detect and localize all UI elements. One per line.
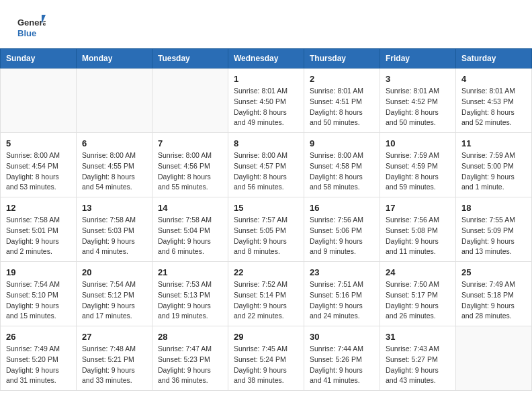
day-cell: 14Sunrise: 7:58 AMSunset: 5:04 PMDayligh…: [152, 197, 228, 262]
day-info: Sunrise: 7:58 AMSunset: 5:03 PMDaylight:…: [82, 215, 146, 257]
week-row-4: 19Sunrise: 7:54 AMSunset: 5:10 PMDayligh…: [1, 262, 532, 326]
day-cell: 2Sunrise: 8:01 AMSunset: 4:51 PMDaylight…: [304, 68, 380, 133]
day-cell: 4Sunrise: 8:01 AMSunset: 4:53 PMDaylight…: [456, 68, 532, 133]
day-cell: 10Sunrise: 7:59 AMSunset: 4:59 PMDayligh…: [380, 133, 456, 197]
day-cell: 11Sunrise: 7:59 AMSunset: 5:00 PMDayligh…: [456, 133, 532, 197]
day-number: 20: [82, 267, 146, 277]
day-number: 22: [234, 267, 298, 277]
logo-icon: General Blue: [16, 12, 46, 42]
day-cell: 21Sunrise: 7:53 AMSunset: 5:13 PMDayligh…: [152, 262, 228, 326]
day-number: 30: [310, 332, 374, 342]
day-cell: 31Sunrise: 7:43 AMSunset: 5:27 PMDayligh…: [380, 326, 456, 391]
day-cell: 1Sunrise: 8:01 AMSunset: 4:50 PMDaylight…: [228, 68, 304, 133]
week-row-1: 1Sunrise: 8:01 AMSunset: 4:50 PMDaylight…: [1, 68, 532, 133]
day-header-wednesday: Wednesday: [228, 49, 304, 68]
day-number: 14: [158, 203, 222, 213]
day-cell: 28Sunrise: 7:47 AMSunset: 5:23 PMDayligh…: [152, 326, 228, 391]
day-info: Sunrise: 8:00 AMSunset: 4:58 PMDaylight:…: [310, 150, 374, 193]
day-info: Sunrise: 7:56 AMSunset: 5:08 PMDaylight:…: [386, 215, 450, 257]
day-number: 31: [386, 332, 450, 342]
day-number: 25: [461, 267, 526, 277]
day-info: Sunrise: 7:56 AMSunset: 5:06 PMDaylight:…: [310, 215, 374, 257]
day-info: Sunrise: 7:45 AMSunset: 5:24 PMDaylight:…: [234, 344, 298, 386]
day-info: Sunrise: 7:51 AMSunset: 5:16 PMDaylight:…: [310, 279, 374, 322]
day-cell: 5Sunrise: 8:00 AMSunset: 4:54 PMDaylight…: [1, 133, 77, 197]
day-number: 4: [461, 74, 526, 84]
day-number: 11: [461, 138, 526, 148]
day-cell: 17Sunrise: 7:56 AMSunset: 5:08 PMDayligh…: [380, 197, 456, 262]
day-header-monday: Monday: [77, 49, 152, 68]
day-cell: 3Sunrise: 8:01 AMSunset: 4:52 PMDaylight…: [380, 68, 456, 133]
day-info: Sunrise: 8:00 AMSunset: 4:57 PMDaylight:…: [234, 150, 298, 193]
day-number: 15: [234, 203, 298, 213]
week-row-3: 12Sunrise: 7:58 AMSunset: 5:01 PMDayligh…: [1, 197, 532, 262]
day-cell: 9Sunrise: 8:00 AMSunset: 4:58 PMDaylight…: [304, 133, 380, 197]
day-cell: 6Sunrise: 8:00 AMSunset: 4:55 PMDaylight…: [77, 133, 152, 197]
days-of-week-row: SundayMondayTuesdayWednesdayThursdayFrid…: [1, 49, 532, 68]
page-header: General Blue: [0, 0, 532, 48]
day-cell: 16Sunrise: 7:56 AMSunset: 5:06 PMDayligh…: [304, 197, 380, 262]
day-header-friday: Friday: [380, 49, 456, 68]
day-number: 8: [234, 138, 298, 148]
day-number: 10: [386, 138, 450, 148]
day-header-sunday: Sunday: [1, 49, 77, 68]
day-info: Sunrise: 8:01 AMSunset: 4:53 PMDaylight:…: [461, 86, 526, 128]
day-cell: 13Sunrise: 7:58 AMSunset: 5:03 PMDayligh…: [77, 197, 152, 262]
day-number: 29: [234, 332, 298, 342]
day-number: 9: [310, 138, 374, 148]
day-info: Sunrise: 7:48 AMSunset: 5:21 PMDaylight:…: [82, 344, 146, 386]
day-cell: 12Sunrise: 7:58 AMSunset: 5:01 PMDayligh…: [1, 197, 77, 262]
day-number: 6: [82, 138, 146, 148]
day-number: 26: [6, 332, 71, 342]
day-number: 16: [310, 203, 374, 213]
day-cell: 7Sunrise: 8:00 AMSunset: 4:56 PMDaylight…: [152, 133, 228, 197]
day-cell: 24Sunrise: 7:50 AMSunset: 5:17 PMDayligh…: [380, 262, 456, 326]
day-info: Sunrise: 7:44 AMSunset: 5:26 PMDaylight:…: [310, 344, 374, 386]
day-cell: [456, 326, 532, 391]
day-info: Sunrise: 7:54 AMSunset: 5:12 PMDaylight:…: [82, 279, 146, 322]
day-info: Sunrise: 8:00 AMSunset: 4:56 PMDaylight:…: [158, 150, 222, 193]
week-row-2: 5Sunrise: 8:00 AMSunset: 4:54 PMDaylight…: [1, 133, 532, 197]
day-number: 17: [386, 203, 450, 213]
day-cell: 25Sunrise: 7:49 AMSunset: 5:18 PMDayligh…: [456, 262, 532, 326]
calendar-table: SundayMondayTuesdayWednesdayThursdayFrid…: [0, 48, 532, 391]
day-info: Sunrise: 7:43 AMSunset: 5:27 PMDaylight:…: [386, 344, 450, 386]
calendar-header: SundayMondayTuesdayWednesdayThursdayFrid…: [1, 49, 532, 68]
day-info: Sunrise: 8:00 AMSunset: 4:55 PMDaylight:…: [82, 150, 146, 193]
day-number: 27: [82, 332, 146, 342]
day-info: Sunrise: 7:47 AMSunset: 5:23 PMDaylight:…: [158, 344, 222, 386]
day-cell: 27Sunrise: 7:48 AMSunset: 5:21 PMDayligh…: [77, 326, 152, 391]
day-header-saturday: Saturday: [456, 49, 532, 68]
day-number: 19: [6, 267, 71, 277]
day-info: Sunrise: 7:50 AMSunset: 5:17 PMDaylight:…: [386, 279, 450, 322]
day-info: Sunrise: 7:59 AMSunset: 5:00 PMDaylight:…: [461, 150, 526, 193]
day-cell: [77, 68, 152, 133]
day-info: Sunrise: 8:00 AMSunset: 4:54 PMDaylight:…: [6, 150, 71, 193]
day-number: 13: [82, 203, 146, 213]
day-cell: 20Sunrise: 7:54 AMSunset: 5:12 PMDayligh…: [77, 262, 152, 326]
day-info: Sunrise: 8:01 AMSunset: 4:52 PMDaylight:…: [386, 86, 450, 128]
day-info: Sunrise: 7:58 AMSunset: 5:01 PMDaylight:…: [6, 215, 71, 257]
day-number: 1: [234, 74, 298, 84]
day-number: 24: [386, 267, 450, 277]
day-info: Sunrise: 8:01 AMSunset: 4:51 PMDaylight:…: [310, 86, 374, 128]
day-info: Sunrise: 7:55 AMSunset: 5:09 PMDaylight:…: [461, 215, 526, 257]
day-cell: 30Sunrise: 7:44 AMSunset: 5:26 PMDayligh…: [304, 326, 380, 391]
day-info: Sunrise: 8:01 AMSunset: 4:50 PMDaylight:…: [234, 86, 298, 128]
day-cell: 19Sunrise: 7:54 AMSunset: 5:10 PMDayligh…: [1, 262, 77, 326]
day-number: 21: [158, 267, 222, 277]
svg-text:Blue: Blue: [17, 28, 36, 38]
day-cell: [152, 68, 228, 133]
day-info: Sunrise: 7:49 AMSunset: 5:20 PMDaylight:…: [6, 344, 71, 386]
day-info: Sunrise: 7:52 AMSunset: 5:14 PMDaylight:…: [234, 279, 298, 322]
day-number: 5: [6, 138, 71, 148]
day-cell: 23Sunrise: 7:51 AMSunset: 5:16 PMDayligh…: [304, 262, 380, 326]
day-cell: 8Sunrise: 8:00 AMSunset: 4:57 PMDaylight…: [228, 133, 304, 197]
week-row-5: 26Sunrise: 7:49 AMSunset: 5:20 PMDayligh…: [1, 326, 532, 391]
day-cell: 18Sunrise: 7:55 AMSunset: 5:09 PMDayligh…: [456, 197, 532, 262]
day-header-thursday: Thursday: [304, 49, 380, 68]
day-info: Sunrise: 7:58 AMSunset: 5:04 PMDaylight:…: [158, 215, 222, 257]
day-number: 28: [158, 332, 222, 342]
day-cell: 15Sunrise: 7:57 AMSunset: 5:05 PMDayligh…: [228, 197, 304, 262]
calendar-body: 1Sunrise: 8:01 AMSunset: 4:50 PMDaylight…: [1, 68, 532, 391]
